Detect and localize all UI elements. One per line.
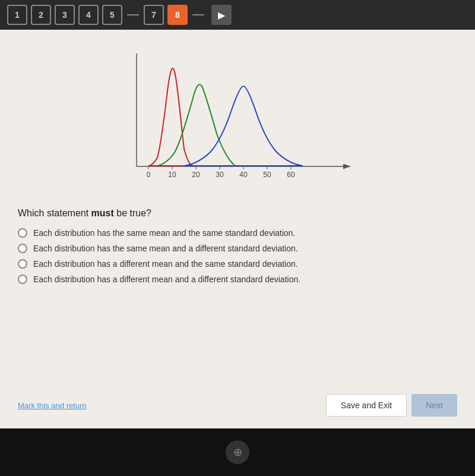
mark-return-link[interactable]: Mark this and return xyxy=(18,401,87,410)
nav-separator xyxy=(127,14,139,15)
taskbar-icon: ⊕ xyxy=(226,440,249,464)
svg-text:20: 20 xyxy=(192,171,200,179)
option-1[interactable]: Each distribution has the same mean and … xyxy=(18,228,457,238)
nav-item-2[interactable]: 2 xyxy=(31,5,51,25)
nav-item-8[interactable]: 8 xyxy=(167,5,188,25)
option-2[interactable]: Each distribution has the same mean and … xyxy=(18,244,457,253)
svg-text:10: 10 xyxy=(168,171,176,179)
chart-container: 0 10 20 30 40 50 60 xyxy=(18,42,457,196)
bottom-bar: ⊕ xyxy=(0,428,475,476)
options-list: Each distribution has the same mean and … xyxy=(18,228,457,284)
option-1-label: Each distribution has the same mean and … xyxy=(33,228,295,238)
radio-1[interactable] xyxy=(18,228,27,238)
nav-item-3[interactable]: 3 xyxy=(55,5,75,25)
nav-separator-2 xyxy=(192,14,204,15)
distribution-chart: 0 10 20 30 40 50 60 xyxy=(113,42,362,196)
radio-2[interactable] xyxy=(18,244,27,253)
radio-4[interactable] xyxy=(18,275,27,284)
svg-text:0: 0 xyxy=(147,171,151,179)
navigation-bar: 1 2 3 4 5 7 8 ▶ xyxy=(0,0,475,30)
option-2-label: Each distribution has the same mean and … xyxy=(33,244,298,253)
svg-text:40: 40 xyxy=(239,171,248,179)
footer: Mark this and return Save and Exit Next xyxy=(18,394,457,417)
radio-3[interactable] xyxy=(18,259,27,269)
nav-item-7[interactable]: 7 xyxy=(144,5,164,25)
option-3[interactable]: Each distribution has a different mean a… xyxy=(18,259,457,269)
nav-item-1[interactable]: 1 xyxy=(7,5,27,25)
nav-item-5[interactable]: 5 xyxy=(102,5,122,25)
option-4-label: Each distribution has a different mean a… xyxy=(33,275,300,284)
footer-buttons: Save and Exit Next xyxy=(326,394,457,417)
svg-text:60: 60 xyxy=(287,171,295,179)
option-4[interactable]: Each distribution has a different mean a… xyxy=(18,275,457,284)
question-text: Which statement must be true? xyxy=(18,208,457,219)
option-3-label: Each distribution has a different mean a… xyxy=(33,259,298,269)
svg-text:50: 50 xyxy=(263,171,271,179)
nav-item-4[interactable]: 4 xyxy=(78,5,99,25)
nav-next-arrow[interactable]: ▶ xyxy=(211,5,232,25)
save-exit-button[interactable]: Save and Exit xyxy=(326,394,407,417)
next-button[interactable]: Next xyxy=(411,394,457,417)
svg-text:30: 30 xyxy=(216,171,224,179)
main-content: 0 10 20 30 40 50 60 Which statement must… xyxy=(0,30,475,428)
